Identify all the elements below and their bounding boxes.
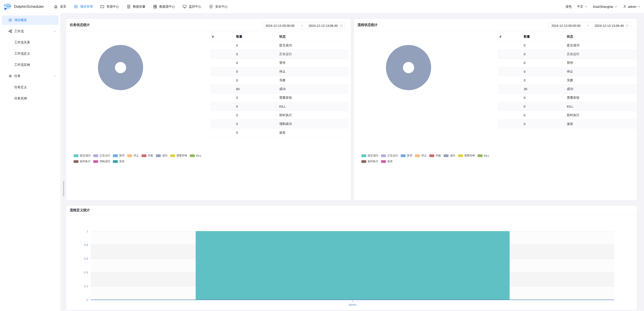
legend-swatch <box>190 154 195 157</box>
legend-item[interactable]: 正在运行 <box>381 154 398 158</box>
legend-swatch <box>361 160 366 163</box>
table-row: 0提交成功 <box>210 41 348 50</box>
legend-swatch <box>142 154 146 157</box>
chevron-down-icon <box>614 5 618 8</box>
legend-item[interactable]: 提交成功 <box>361 154 378 158</box>
legend-item[interactable]: 成功 <box>444 154 455 158</box>
legend-label: 失败 <box>436 154 441 158</box>
nav-item-monitor[interactable]: 监控中心 <box>182 5 201 9</box>
legend-item[interactable]: 成功 <box>156 154 168 158</box>
legend-swatch <box>113 160 118 163</box>
cell-status: 失败 <box>278 78 348 82</box>
legend-swatch <box>444 154 448 157</box>
legend-item[interactable]: 失败 <box>429 154 441 158</box>
sidebar-item-workflow-instance[interactable]: 工作流实例 <box>2 60 58 70</box>
column-header: # <box>210 35 234 39</box>
sidebar-item-task-group[interactable]: 任务 <box>2 71 58 81</box>
legend-swatch <box>156 154 161 157</box>
cell-status: 派发 <box>278 131 348 135</box>
table-row: 0需要容错 <box>498 94 636 102</box>
task-card-title: 任务状态统计 <box>70 23 90 27</box>
cell-count: 0 <box>234 44 278 47</box>
legend-item[interactable]: 停止 <box>127 154 139 158</box>
chevron-down-icon <box>638 5 641 8</box>
cell-count: 0 <box>522 96 565 100</box>
nav-item-security[interactable]: 安全中心 <box>209 5 228 9</box>
legend-label: 成功 <box>450 154 455 158</box>
sidebar-item-workflow-definition[interactable]: 工作流定义 <box>2 49 58 58</box>
table-row: 0KILL <box>210 102 348 111</box>
calendar-icon[interactable] <box>340 24 343 28</box>
legend-item[interactable]: 提交成功 <box>74 154 90 158</box>
table-row: 60成功 <box>210 85 348 94</box>
table-row: 0失败 <box>498 76 636 85</box>
legend-label: 停止 <box>134 154 139 158</box>
cell-status: 正在运行 <box>565 52 636 56</box>
table-row: 0强制成功 <box>210 120 348 128</box>
legend-item[interactable]: KILL <box>190 154 202 158</box>
task-donut-chart <box>98 45 143 90</box>
legend-item[interactable]: 延时执行 <box>361 160 378 163</box>
data-quality-icon <box>126 5 131 9</box>
legend-label: 暂停 <box>119 154 124 158</box>
project-icon <box>74 5 78 9</box>
legend-item[interactable]: 暂停 <box>113 154 124 158</box>
nav-item-resources[interactable]: 资源中心 <box>100 5 119 9</box>
process-date-range-picker[interactable]: 2024-12-13 00:00:00 2024-12-13 13:06:49 <box>548 22 631 29</box>
legend-label: 需要容错 <box>464 154 475 158</box>
legend-label: 暂停 <box>407 154 412 158</box>
cell-count: 0 <box>234 52 278 56</box>
cell-count: 0 <box>234 79 278 82</box>
legend-item[interactable]: 延时执行 <box>74 160 90 163</box>
app-logo[interactable]: DolphinScheduler <box>3 3 44 11</box>
theme-toggle[interactable]: 深色 <box>566 5 572 9</box>
legend-item[interactable]: 需要容错 <box>458 154 475 158</box>
legend-label: 派发 <box>387 160 393 163</box>
timezone-dropdown[interactable]: Asia/Shanghai <box>593 5 618 9</box>
user-dropdown[interactable]: admin <box>623 5 641 9</box>
calendar-icon[interactable] <box>626 24 629 28</box>
sidebar-item-label: 工作流实例 <box>14 63 30 67</box>
legend-swatch <box>113 154 118 157</box>
date-start: 2024-12-13 00:00:00 <box>266 24 294 28</box>
legend-item[interactable]: 暂停 <box>401 154 412 158</box>
x-axis-category-label: admin <box>348 303 356 306</box>
legend-item[interactable]: KILL <box>478 154 490 158</box>
cell-count: 0 <box>522 61 565 65</box>
nav-item-data-quality[interactable]: 数据质量 <box>126 5 145 9</box>
monitor-icon <box>182 5 187 9</box>
legend-label: KILL <box>196 154 202 157</box>
language-label: 中文 <box>577 5 584 9</box>
legend-item[interactable]: 失败 <box>142 154 153 158</box>
y-axis-tick-label: 1 <box>86 229 88 233</box>
chevron-up-icon <box>54 75 56 78</box>
y-axis-tick-label: 0.8 <box>84 243 88 246</box>
legend-item[interactable]: 需要容错 <box>170 154 187 158</box>
legend-label: 延时执行 <box>80 160 90 163</box>
table-row: 0提交成功 <box>498 41 636 50</box>
legend-item[interactable]: 强制成功 <box>93 160 110 163</box>
sidebar-item-task-definition[interactable]: 任务定义 <box>2 83 58 92</box>
legend-item[interactable]: 停止 <box>415 154 427 158</box>
table-header-row: #数量状态 <box>498 32 636 41</box>
sidebar-item-workflow-relation[interactable]: 工作流关系 <box>2 38 58 47</box>
task-chart-legend: 提交成功正在运行暂停停止失败成功需要容错KILL延时执行强制成功派发 <box>74 154 208 163</box>
sidebar-item-workflow-group[interactable]: 工作流 <box>2 27 58 36</box>
language-dropdown[interactable]: 中文 <box>577 5 588 9</box>
task-date-range-picker[interactable]: 2024-12-13 00:00:00 2024-12-13 13:06:49 <box>262 22 345 29</box>
legend-swatch <box>361 154 366 157</box>
sidebar-item-task-instance[interactable]: 任务实例 <box>2 94 58 103</box>
legend-item[interactable]: 派发 <box>381 160 393 163</box>
nav-item-project[interactable]: 项目管理 <box>74 5 92 9</box>
sidebar-item-project-overview[interactable]: 项目概览 <box>2 16 58 25</box>
column-header: 状态 <box>278 35 348 39</box>
nav-item-home[interactable]: 首页 <box>54 5 66 9</box>
brand-name: DolphinScheduler <box>14 5 44 9</box>
x-axis-line <box>91 299 614 300</box>
legend-item[interactable]: 派发 <box>113 160 124 163</box>
legend-item[interactable]: 正在运行 <box>93 154 110 158</box>
cell-status: 需要容错 <box>278 96 348 100</box>
nav-item-datasource[interactable]: 数据源中心 <box>153 5 175 9</box>
scrollbar-thumb[interactable] <box>63 181 64 196</box>
y-axis-tick-label: 0.4 <box>84 271 88 274</box>
